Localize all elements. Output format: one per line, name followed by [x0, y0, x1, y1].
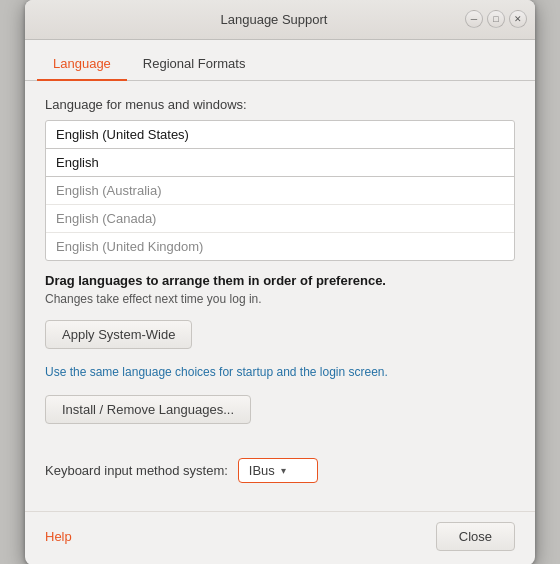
- keyboard-value: IBus: [249, 463, 275, 478]
- footer: Help Close: [25, 511, 535, 565]
- drag-hint-sub: Changes take effect next time you log in…: [45, 292, 515, 306]
- minimize-button[interactable]: ─: [465, 10, 483, 28]
- close-button[interactable]: Close: [436, 522, 515, 551]
- window-title: Language Support: [83, 12, 465, 27]
- close-window-button[interactable]: ✕: [509, 10, 527, 28]
- list-item[interactable]: English (Canada): [46, 205, 514, 233]
- install-remove-button[interactable]: Install / Remove Languages...: [45, 395, 251, 424]
- maximize-button[interactable]: □: [487, 10, 505, 28]
- language-section-label: Language for menus and windows:: [45, 97, 515, 112]
- chevron-down-icon: ▾: [281, 465, 286, 476]
- list-item[interactable]: English (United States): [46, 121, 514, 149]
- language-tab-content: Language for menus and windows: English …: [25, 81, 535, 507]
- tab-bar: Language Regional Formats: [25, 40, 535, 81]
- apply-system-wide-button[interactable]: Apply System-Wide: [45, 320, 192, 349]
- system-hint: Use the same language choices for startu…: [45, 365, 515, 379]
- tab-regional[interactable]: Regional Formats: [127, 48, 262, 81]
- language-list: English (United States) English English …: [45, 120, 515, 261]
- list-item[interactable]: English (United Kingdom): [46, 233, 514, 260]
- list-item[interactable]: English (Australia): [46, 177, 514, 205]
- keyboard-input-method-dropdown[interactable]: IBus ▾: [238, 458, 318, 483]
- main-window: Language Support ─ □ ✕ Language Regional…: [25, 0, 535, 564]
- list-item[interactable]: English: [46, 149, 514, 177]
- drag-hint: Drag languages to arrange them in order …: [45, 273, 515, 288]
- tab-language[interactable]: Language: [37, 48, 127, 81]
- help-button[interactable]: Help: [45, 529, 72, 544]
- titlebar: Language Support ─ □ ✕: [25, 0, 535, 40]
- keyboard-row: Keyboard input method system: IBus ▾: [45, 458, 515, 483]
- window-controls: ─ □ ✕: [465, 10, 527, 28]
- keyboard-label: Keyboard input method system:: [45, 463, 228, 478]
